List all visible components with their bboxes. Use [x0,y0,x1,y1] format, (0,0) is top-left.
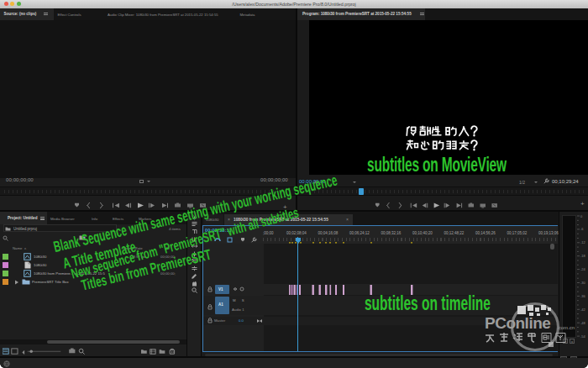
svg-text:-48: -48 [580,321,586,325]
svg-text:0: 0 [580,214,583,218]
svg-text:-36: -36 [580,294,586,298]
svg-text:-12: -12 [580,240,586,244]
svg-text:-24: -24 [580,267,586,271]
svg-text:-54: -54 [580,334,586,339]
svg-text:-6: -6 [580,227,584,231]
svg-text:-18: -18 [580,254,586,258]
svg-text:-42: -42 [580,308,586,312]
svg-text:-30: -30 [580,281,586,285]
